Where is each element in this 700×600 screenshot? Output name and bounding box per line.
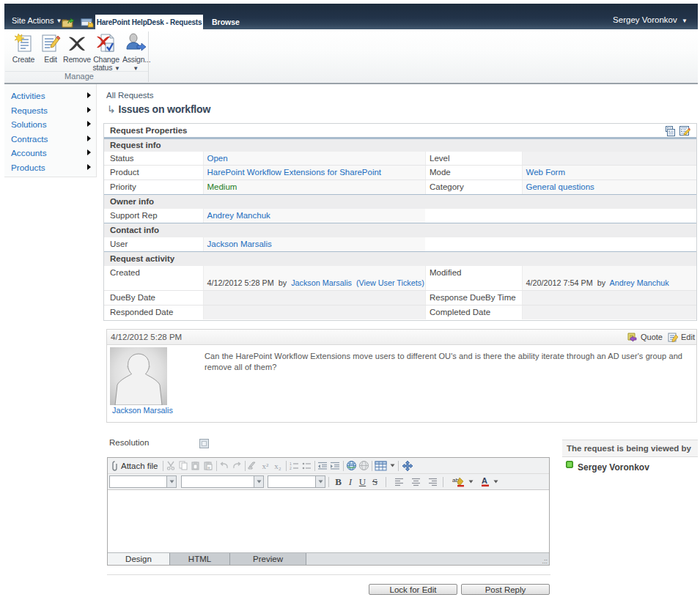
svg-text:A: A — [482, 476, 487, 485]
svg-text:2: 2 — [290, 466, 292, 470]
svg-text:w: w — [207, 465, 210, 470]
